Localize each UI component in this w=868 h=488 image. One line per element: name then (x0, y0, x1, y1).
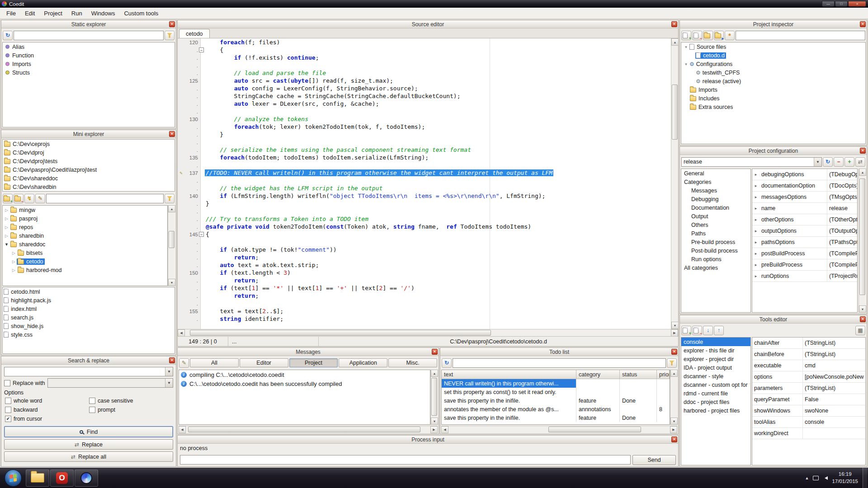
checkbox[interactable] (5, 407, 11, 413)
expand-icon[interactable]: ▾ (683, 45, 689, 49)
editor-horizontal-scrollbar[interactable]: ◀ ▶ (178, 329, 678, 336)
property-row[interactable]: ▸messagesOptions(TMsgOpts) (752, 192, 857, 203)
tool-item[interactable]: IDA - project output (681, 363, 750, 372)
edit-button[interactable]: ✎ (35, 194, 45, 203)
sync-config-button[interactable]: ↻ (823, 157, 833, 167)
menu-item-run[interactable]: Run (67, 9, 87, 18)
tool-item[interactable]: explorer - this file dir (681, 346, 750, 355)
code-line[interactable]: 145−{ (178, 230, 671, 238)
close-icon[interactable]: × (860, 148, 866, 154)
static-explorer-item[interactable]: Alias (3, 42, 175, 51)
code-line[interactable]: . return; (178, 277, 671, 284)
expand-icon[interactable]: ▷ (4, 225, 9, 230)
todo-row[interactable]: annotates the member of the module as @s… (442, 405, 670, 413)
show-desktop-button[interactable] (863, 468, 867, 488)
add-config-button[interactable]: + (844, 157, 854, 167)
scroll-down-icon[interactable]: ▼ (859, 305, 866, 313)
folder-tree-item[interactable]: ▼shareddoc (3, 240, 167, 249)
config-category[interactable]: Output (681, 212, 750, 221)
code-line[interactable]: .} (178, 200, 671, 207)
scroll-right-icon[interactable]: ▶ (670, 426, 677, 433)
folder-tree-item[interactable]: ▷harbored-mod (3, 266, 167, 274)
property-row[interactable]: ▸pathsOptions(TPathsOpts) (752, 237, 857, 248)
scrollbar-thumb[interactable] (169, 231, 175, 248)
remove-favorite-button[interactable]: − (14, 194, 24, 203)
code-line[interactable]: . if (!f.exists) continue; (178, 54, 671, 61)
expand-icon[interactable]: ▸ (752, 248, 760, 259)
config-category[interactable]: General (681, 169, 750, 178)
file-item[interactable]: index.html (3, 305, 175, 313)
scrollbar-thumb[interactable] (859, 178, 865, 295)
replace-button[interactable]: ⇄ Replace (4, 439, 173, 450)
close-icon[interactable]: × (860, 21, 866, 27)
search-option[interactable]: backward (5, 407, 89, 413)
code-line[interactable]: 120 foreach(f; files) (178, 38, 671, 46)
message-item[interactable]: icompiling C:\...\cetodo\cetodo.coedit (179, 370, 430, 379)
refresh-button[interactable]: ↻ (3, 31, 13, 40)
code-line[interactable]: . // serialize the items using the pasca… (178, 146, 671, 154)
network-icon[interactable] (813, 476, 819, 480)
static-explorer-item[interactable]: Function (3, 51, 175, 60)
close-icon[interactable]: × (860, 316, 866, 322)
config-category[interactable]: Paths (681, 229, 750, 238)
expand-icon[interactable]: ▷ (11, 268, 17, 272)
scroll-down-icon[interactable]: ▼ (431, 418, 438, 425)
menu-item-file[interactable]: File (2, 9, 20, 18)
code-line[interactable]: . string identifier; (178, 315, 671, 323)
favorite-folder-item[interactable]: C:\Dev\sharedbin (3, 183, 175, 191)
horizontal-scrollbar[interactable]: ◀ ▶ (179, 426, 438, 433)
open-folder-button[interactable]: ▸ (714, 31, 724, 40)
favorite-folder-item[interactable]: C:\Dev\ceprojs (3, 140, 175, 148)
code-line[interactable]: 150 if (text.length < 3) (178, 269, 671, 277)
todo-column-header[interactable]: text (442, 370, 576, 379)
scrollbar-thumb[interactable] (672, 84, 678, 140)
static-explorer-item[interactable]: Structs (3, 68, 175, 77)
taskbar-opera-button[interactable]: O (50, 469, 74, 487)
vertical-scrollbar[interactable]: ▲ ▼ (859, 169, 866, 313)
configuration-select[interactable]: release ▼ (681, 157, 822, 167)
close-icon[interactable]: × (169, 21, 175, 27)
config-category[interactable]: Others (681, 221, 750, 229)
code-line[interactable]: . (178, 161, 671, 169)
inspector-item[interactable]: ▾Source files (681, 42, 865, 51)
favorite-folder-item[interactable]: C:\Dev\dproj\tests (3, 157, 175, 165)
tool-item[interactable]: dscanner - custom opt for fil (681, 380, 750, 389)
folder-tree-item[interactable]: ▷mingw (3, 206, 167, 214)
tool-item[interactable]: rdmd - current file (681, 389, 750, 398)
tool-item[interactable]: console (681, 338, 750, 346)
expand-icon[interactable]: ▸ (752, 169, 760, 180)
wizard-button[interactable]: * (725, 31, 735, 40)
scroll-left-icon[interactable]: ◀ (178, 329, 185, 337)
todo-row[interactable]: save this property in the inifile.featur… (442, 396, 670, 405)
code-line[interactable]: . // load and parse the file (178, 69, 671, 77)
scroll-up-icon[interactable]: ▲ (168, 205, 175, 212)
tool-item[interactable]: harbored - project files (681, 406, 750, 415)
code-line[interactable]: 125 auto src = cast(ubyte[]) read(f, siz… (178, 77, 671, 84)
close-icon[interactable]: × (671, 436, 677, 442)
scrollbar-thumb[interactable] (431, 378, 437, 416)
property-row[interactable]: ▸debugingOptions(TDebugOpts) (752, 169, 857, 180)
scroll-down-icon[interactable]: ▼ (670, 418, 678, 425)
code-line[interactable]: . if (atok.type != (tok!"comment")) (178, 246, 671, 253)
filter-button[interactable] (165, 194, 175, 203)
file-item[interactable]: search.js (3, 313, 175, 322)
code-line[interactable]: . return; (178, 292, 671, 300)
scrollbar-thumb[interactable] (190, 330, 491, 336)
code-line[interactable]: 135 foreach(todoItem; todoItems) todoIte… (178, 154, 671, 161)
refresh-todo-button[interactable]: ↻ (442, 358, 452, 368)
static-explorer-filter-input[interactable] (14, 31, 164, 40)
file-item[interactable]: show_hide.js (3, 322, 175, 330)
property-row[interactable]: ▸runOptions(TProjectRunO (752, 271, 857, 282)
expand-icon[interactable]: ▸ (752, 203, 760, 214)
remove-tool-button[interactable]: − (692, 326, 702, 335)
expand-icon[interactable]: ▼ (4, 242, 9, 247)
expand-icon[interactable]: ▸ (752, 237, 760, 248)
property-row[interactable]: queryParametFalse (752, 394, 865, 405)
add-tool-button[interactable]: + (681, 326, 691, 335)
property-row[interactable]: ▸documentationOption(TDocOpts) (752, 180, 857, 192)
chevron-down-icon[interactable]: ▼ (814, 158, 821, 166)
expand-icon[interactable]: ▷ (4, 234, 9, 238)
add-source-button[interactable]: + (681, 31, 691, 40)
vertical-scrollbar[interactable]: ▲ ▼ (430, 370, 438, 425)
scroll-up-icon[interactable]: ▲ (670, 370, 678, 377)
